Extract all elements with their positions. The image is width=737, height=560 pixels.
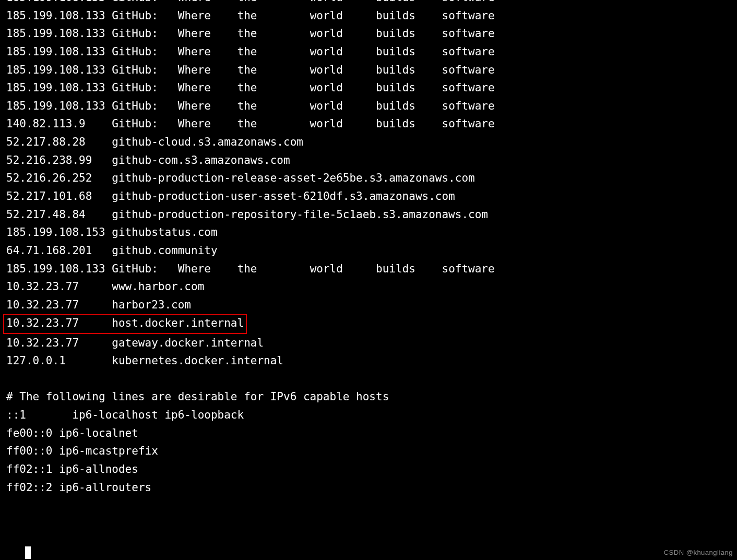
gh-word: Where [178, 79, 231, 97]
gh-word: Where [178, 43, 231, 61]
gh-word: software [442, 115, 494, 133]
ip-address: 10.32.23.77 [6, 334, 105, 352]
hostname: ip6-localhost ip6-loopback [72, 409, 244, 421]
gh-word: GitHub: [112, 79, 171, 97]
hostname: www.harbor.com [112, 280, 204, 293]
gh-word: GitHub: [112, 25, 171, 43]
hosts-line: 185.199.108.153 githubstatus.com [6, 223, 731, 242]
hostname: gateway.docker.internal [112, 337, 264, 349]
hosts-line: 140.82.113.9 GitHub: Where the world bui… [6, 115, 731, 133]
gh-word: software [442, 260, 495, 278]
hosts-line: 185.199.108.133 GitHub: Where the world … [6, 7, 731, 25]
gh-word: the [237, 79, 303, 97]
hostname: github.community [112, 244, 217, 257]
gh-word: world [310, 61, 370, 79]
terminal-cursor [25, 546, 31, 559]
hostname: ip6-allnodes [59, 463, 138, 475]
gh-word: builds [376, 97, 435, 115]
gh-word: the [237, 260, 303, 278]
ip-address: 64.71.168.201 [6, 242, 105, 260]
ip-address: ff02::1 [6, 463, 53, 475]
gh-word: the [237, 7, 303, 25]
ip-address: 185.199.108.133 [6, 260, 105, 278]
hostname: github-com.s3.amazonaws.com [112, 154, 290, 166]
terminal-output: 185.199.108.133 GitHub: Where the world … [0, 0, 737, 496]
gh-word: world [310, 97, 370, 115]
gh-word: the [237, 115, 303, 133]
ip-address: 185.199.108.133 [6, 79, 105, 97]
ip-address: ff02::2 [6, 481, 53, 494]
gh-word: world [310, 7, 370, 25]
hosts-line: 64.71.168.201 github.community [6, 242, 731, 260]
blank-line [6, 370, 731, 388]
hosts-line: 52.217.48.84 github-production-repositor… [6, 206, 731, 224]
ip-address: 140.82.113.9 [6, 115, 105, 133]
ip-address: 52.216.238.99 [6, 151, 105, 170]
hosts-line: 185.199.108.133 GitHub: Where the world … [6, 260, 731, 278]
gh-word: software [442, 0, 495, 7]
hosts-line: 10.32.23.77 host.docker.internal [6, 314, 731, 334]
gh-word: GitHub: [112, 43, 171, 61]
hostname: kubernetes.docker.internal [112, 354, 283, 367]
hosts-line: 185.199.108.133 GitHub: Where the world … [6, 43, 731, 61]
gh-word: world [310, 0, 370, 7]
ip-address: 52.217.101.68 [6, 187, 105, 206]
hosts-line: 10.32.23.77 harbor23.com [6, 296, 731, 314]
gh-word: world [310, 260, 370, 278]
gh-word: software [442, 25, 495, 43]
gh-word: Where [178, 0, 231, 7]
gh-word: builds [376, 43, 435, 61]
gh-word: software [442, 43, 495, 61]
hosts-line: 185.199.108.133 GitHub: Where the world … [6, 61, 731, 79]
ip-address: 127.0.0.1 [6, 352, 105, 370]
gh-word: the [237, 97, 303, 115]
ip-address: 52.217.48.84 [6, 206, 105, 224]
hostname: harbor23.com [112, 299, 191, 311]
hostname: github-cloud.s3.amazonaws.com [112, 136, 303, 148]
ip-address: 185.199.108.133 [6, 97, 105, 115]
gh-word: Where [178, 7, 231, 25]
gh-word: software [442, 7, 495, 25]
hosts-line: ff02::1 ip6-allnodes [6, 460, 731, 479]
highlighted-line: 10.32.23.77 host.docker.internal [3, 314, 247, 334]
hostname: github-production-release-asset-2e65be.s… [112, 172, 474, 184]
ip-address: ::1 [6, 406, 46, 424]
hosts-line: 52.217.101.68 github-production-user-ass… [6, 187, 731, 206]
hostname: ip6-localnet [59, 427, 138, 439]
gh-word: world [310, 43, 370, 61]
ip-address: 185.199.108.133 [6, 43, 105, 61]
gh-word: Where [178, 25, 231, 43]
gh-word: builds [376, 7, 435, 25]
gh-word: GitHub: [112, 0, 171, 7]
gh-word: software [442, 79, 495, 97]
ip-address: 52.216.26.252 [6, 169, 105, 187]
hosts-line: 185.199.108.133 GitHub: Where the world … [6, 25, 731, 43]
gh-word: software [442, 61, 495, 79]
hosts-line: 185.199.108.133 GitHub: Where the world … [6, 97, 731, 115]
ip-address: ff00::0 [6, 445, 53, 457]
ip-address: 185.199.108.153 [6, 223, 105, 242]
ip-address: 185.199.108.133 [6, 61, 105, 79]
ip-address: 10.32.23.77 [6, 278, 105, 296]
ip-address: 185.199.108.133 [6, 25, 105, 43]
gh-word: Where [178, 115, 231, 133]
gh-word: GitHub: [112, 260, 171, 278]
ip-address: 52.217.88.28 [6, 133, 105, 151]
hosts-line: ::1 ip6-localhost ip6-loopback [6, 406, 731, 424]
hosts-line: 52.216.26.252 github-production-release-… [6, 169, 731, 187]
hosts-line: 127.0.0.1 kubernetes.docker.internal [6, 352, 731, 370]
gh-word: the [237, 61, 303, 79]
gh-word: the [237, 25, 303, 43]
hosts-line: ff00::0 ip6-mcastprefix [6, 442, 731, 460]
hostname: ip6-allrouters [59, 481, 151, 494]
gh-word: Where [178, 97, 231, 115]
ip-address: 10.32.23.77 [6, 315, 105, 331]
hostname: ip6-mcastprefix [59, 445, 158, 457]
gh-word: GitHub: [112, 61, 171, 79]
gh-word: GitHub: [112, 115, 171, 133]
gh-word: builds [376, 25, 435, 43]
hostname: github-production-user-asset-6210df.s3.a… [112, 190, 455, 202]
watermark: CSDN @khuangliang [664, 547, 733, 558]
gh-word: GitHub: [112, 97, 171, 115]
gh-word: software [442, 97, 495, 115]
